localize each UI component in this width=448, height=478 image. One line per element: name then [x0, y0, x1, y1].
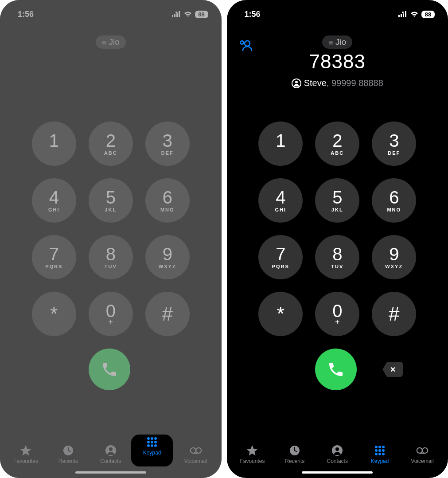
key-digit: 2 [106, 132, 116, 149]
key-letters-empty [280, 150, 282, 156]
key-7[interactable]: 7PQRS [32, 235, 76, 279]
key-digit: 7 [276, 245, 285, 263]
key-7[interactable]: 7PQRS [258, 235, 303, 279]
svg-point-37 [335, 447, 339, 451]
call-row [0, 349, 222, 390]
key-2[interactable]: 2ABC [89, 121, 133, 166]
svg-point-10 [156, 446, 158, 448]
tab-label: Voicemail [184, 458, 207, 464]
key-digit: 1 [49, 132, 59, 149]
phone-screen-left: 1:56 88 ▤ Jio 1 2ABC3DEF4GHI5JKL6MNO7PQR… [0, 0, 222, 478]
key-digit: 8 [332, 245, 342, 263]
key-letters: GHI [275, 207, 286, 212]
tab-voicemail[interactable]: Voicemail [405, 445, 440, 464]
key-digit: * [50, 304, 58, 324]
key-digit: 6 [389, 188, 399, 206]
key-digit: 9 [163, 245, 172, 263]
tab-favourites[interactable]: Favourites [234, 445, 270, 464]
tab-recents[interactable]: Recents [51, 445, 86, 464]
key-letters: JKL [331, 207, 343, 212]
key-digit: 1 [276, 132, 285, 149]
add-contact-icon[interactable] [239, 39, 253, 51]
svg-point-38 [375, 446, 378, 448]
key-0[interactable]: 0+ [315, 292, 359, 336]
key-3[interactable]: 3DEF [145, 121, 190, 166]
carrier-label: Jio [335, 37, 346, 47]
key-9[interactable]: 9WXYZ [372, 235, 416, 279]
contacts-icon [105, 445, 117, 456]
key-5[interactable]: 5JKL [315, 178, 359, 223]
key-*[interactable]: * [258, 292, 303, 336]
key-6[interactable]: 6MNO [145, 178, 190, 223]
tab-keypad[interactable]: Keypad [362, 445, 397, 464]
key-8[interactable]: 8TUV [89, 235, 133, 279]
status-bar: 1:56 88 [227, 0, 448, 24]
svg-point-13 [156, 449, 158, 452]
battery-indicator: 88 [421, 11, 435, 18]
svg-point-48 [422, 448, 428, 453]
home-indicator [302, 471, 373, 474]
svg-point-8 [148, 446, 151, 448]
svg-point-18 [196, 448, 201, 453]
key-6[interactable]: 6MNO [372, 178, 416, 223]
tab-label: Favourites [240, 458, 265, 464]
status-time: 1:56 [245, 10, 261, 19]
tab-label: Recents [285, 458, 304, 464]
key-letters-empty [53, 150, 55, 156]
svg-rect-3 [179, 11, 180, 17]
contacts-icon [331, 445, 343, 456]
wifi-icon [410, 11, 419, 17]
key-digit: 3 [389, 132, 399, 149]
key-digit: 3 [163, 132, 172, 149]
tab-bar: FavouritesRecentsContactsKeypadVoicemail [0, 440, 222, 467]
carrier-pill[interactable]: ▤ Jio [96, 35, 126, 49]
keypad: 1 2ABC3DEF4GHI5JKL6MNO7PQRS8TUV9WXYZ*0+# [227, 121, 448, 336]
key-3[interactable]: 3DEF [372, 121, 416, 166]
tab-contacts[interactable]: Contacts [319, 445, 355, 464]
svg-point-43 [382, 449, 385, 452]
svg-point-39 [378, 446, 381, 448]
key-4[interactable]: 4GHI [32, 178, 76, 223]
key-#[interactable]: # [145, 292, 190, 336]
tab-voicemail[interactable]: Voicemail [178, 445, 214, 464]
voicemail-icon [416, 445, 429, 456]
call-button[interactable] [315, 349, 357, 390]
contact-suggestion[interactable]: Steve, 99999 88888 [227, 78, 448, 88]
key-#[interactable]: # [372, 292, 416, 336]
key-4[interactable]: 4GHI [258, 178, 303, 223]
tab-keypad[interactable]: Keypad [136, 445, 171, 464]
svg-point-45 [378, 453, 381, 455]
delete-button[interactable]: ✕ [382, 362, 403, 377]
status-bar: 1:56 88 [0, 0, 222, 24]
svg-point-12 [152, 449, 155, 452]
key-8[interactable]: 8TUV [315, 235, 359, 279]
key-1[interactable]: 1 [258, 121, 303, 166]
key-1[interactable]: 1 [32, 121, 76, 166]
key-9[interactable]: 9WXYZ [145, 235, 190, 279]
key-letters: MNO [160, 207, 175, 212]
tab-contacts[interactable]: Contacts [93, 445, 129, 464]
key-letters: DEF [388, 150, 400, 156]
key-letters: TUV [331, 264, 343, 269]
key-letters: PQRS [272, 264, 289, 269]
svg-point-7 [109, 447, 113, 451]
key-*[interactable]: * [32, 292, 76, 336]
carrier-pill[interactable]: ▤ Jio [322, 35, 352, 49]
dial-display-area: ▤ Jio 78383 Steve, 99999 88888 [227, 24, 448, 113]
cellular-icon [172, 11, 181, 17]
tab-favourites[interactable]: Favourites [8, 445, 43, 464]
key-5[interactable]: 5JKL [89, 178, 133, 223]
wifi-icon [183, 11, 192, 17]
tab-recents[interactable]: Recents [277, 445, 312, 464]
phone-icon [327, 360, 345, 378]
call-button[interactable] [89, 349, 130, 390]
key-letters: PQRS [45, 264, 62, 269]
key-digit: 5 [332, 188, 342, 206]
suggestion-name: Steve [304, 78, 327, 88]
svg-point-44 [375, 453, 378, 455]
dial-display-area: ▤ Jio [0, 24, 222, 113]
key-letters: GHI [48, 207, 60, 212]
key-2[interactable]: 2ABC [315, 121, 359, 166]
recents-icon [62, 445, 74, 456]
key-0[interactable]: 0+ [89, 292, 133, 336]
